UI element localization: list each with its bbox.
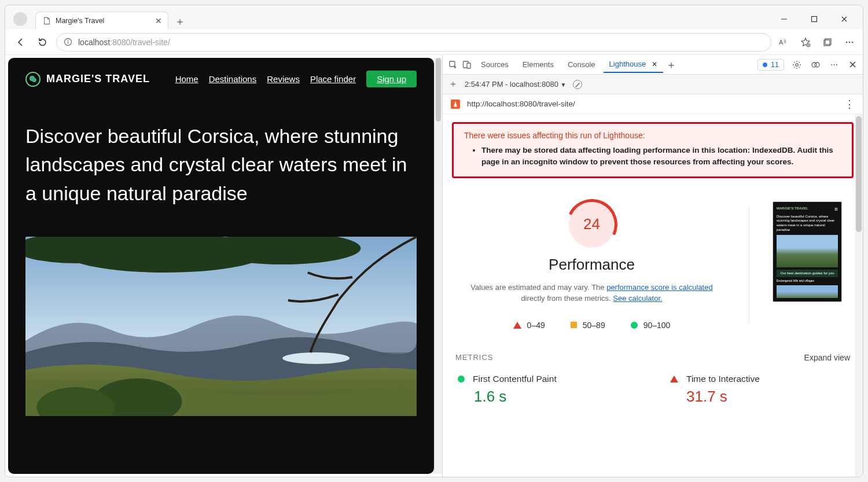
nav-placefinder[interactable]: Place finder — [310, 74, 356, 84]
perf-desc-text2: directly from these metrics. — [521, 294, 613, 303]
globe-icon — [25, 72, 41, 87]
mini-sub: Endangered hills and villages — [777, 279, 838, 283]
score-legend: 0–49 50–89 90–100 — [458, 321, 726, 330]
performance-gauge: 24 — [569, 201, 615, 248]
perf-score-link[interactable]: performance score is calculated — [606, 283, 713, 292]
device-toggle-icon[interactable] — [461, 59, 473, 71]
page-thumbnail: MARGIE'S TRAVEL≡ Discover beautiful Cors… — [773, 201, 842, 302]
tab-elements[interactable]: Elements — [517, 57, 560, 72]
circle-icon — [458, 376, 465, 382]
circle-icon — [631, 322, 638, 329]
metric-value: 1.6 s — [474, 388, 635, 406]
svg-rect-22 — [467, 63, 470, 68]
triangle-icon — [513, 322, 521, 329]
audit-timestamp[interactable]: 2:54:47 PM - localhost:8080 ▼ — [465, 80, 566, 89]
legend-mid: 50–89 — [583, 321, 605, 330]
warning-item: There may be stored data affecting loadi… — [481, 145, 841, 168]
chevron-down-icon: ▼ — [561, 82, 567, 88]
close-window-button[interactable] — [836, 11, 852, 27]
page-viewport: MARGIE'S TRAVEL Home Destinations Review… — [5, 55, 442, 477]
audit-url: http://localhost:8080/travel-site/ — [467, 100, 575, 108]
url-text: localhost:8080/travel-site/ — [78, 38, 170, 47]
page-scrollbar[interactable] — [434, 58, 442, 474]
window-controls — [776, 11, 858, 30]
tab-sources[interactable]: Sources — [475, 57, 514, 72]
favorites-icon[interactable] — [799, 36, 812, 49]
more-tabs-icon[interactable]: ＋ — [665, 59, 677, 71]
issues-badge[interactable]: 11 — [757, 59, 784, 71]
page-content: MARGIE'S TRAVEL Home Destinations Review… — [8, 58, 434, 474]
kebab-icon[interactable]: ⋯ — [828, 59, 840, 71]
nav-reviews[interactable]: Reviews — [267, 74, 300, 84]
nav-destinations[interactable]: Destinations — [209, 74, 257, 84]
metrics-heading: METRICS — [455, 353, 494, 362]
hero-image — [25, 237, 417, 416]
warning-title: There were issues affecting this run of … — [464, 131, 841, 140]
url-port: :8080 — [110, 38, 130, 47]
devtools-scrollbar[interactable] — [855, 114, 863, 477]
audit-timestamp-text: 2:54:47 PM - localhost:8080 — [465, 80, 558, 89]
gear-icon[interactable] — [791, 59, 803, 71]
maximize-button[interactable] — [806, 11, 822, 27]
new-audit-icon[interactable]: ＋ — [448, 78, 458, 90]
performance-title: Performance — [458, 256, 726, 274]
dot-icon — [763, 62, 767, 67]
perf-desc-text: Values are estimated and may vary. The — [470, 283, 606, 292]
tab-console[interactable]: Console — [562, 57, 601, 72]
lighthouse-icon — [451, 100, 460, 109]
new-tab-button[interactable]: ＋ — [172, 13, 188, 30]
legend-good: 90–100 — [643, 321, 671, 330]
signup-button[interactable]: Sign up — [366, 71, 417, 87]
svg-rect-1 — [812, 17, 817, 22]
legend-bad: 0–49 — [527, 321, 545, 330]
url-path: /travel-site/ — [130, 38, 170, 47]
tab-strip: Margie's Travel ✕ ＋ — [5, 5, 863, 30]
back-button[interactable] — [12, 34, 28, 50]
svg-line-31 — [799, 62, 800, 63]
tab-lighthouse[interactable]: Lighthouse✕ — [604, 56, 664, 73]
browser-tab[interactable]: Margie's Travel ✕ — [35, 12, 168, 30]
clear-icon[interactable] — [573, 80, 582, 89]
svg-point-33 — [815, 62, 819, 67]
metric-tti: Time to Interactive 31.7 s — [670, 374, 848, 406]
svg-point-14 — [282, 352, 350, 364]
metric-name: Time to Interactive — [686, 374, 760, 384]
info-icon[interactable] — [64, 38, 72, 46]
warning-box: There were issues affecting this run of … — [452, 122, 854, 178]
feedback-icon[interactable] — [810, 59, 821, 71]
mini-guides: Our best destination guides for you — [777, 270, 838, 278]
hero-heading: Discover beautiful Corsica, where stunni… — [25, 122, 407, 208]
metric-fcp: First Contentful Paint 1.6 s — [458, 374, 635, 406]
site-brand: MARGIE'S TRAVEL — [46, 73, 150, 85]
minimize-button[interactable] — [776, 11, 792, 27]
close-devtools-icon[interactable] — [847, 59, 858, 71]
reload-button[interactable] — [34, 34, 50, 50]
svg-text:A: A — [779, 39, 784, 46]
svg-rect-4 — [68, 42, 68, 44]
profile-avatar[interactable] — [13, 12, 27, 26]
close-tab-icon[interactable]: ✕ — [155, 16, 162, 25]
url-host: localhost — [78, 38, 110, 47]
toolbar: localhost:8080/travel-site/ A)) — [5, 30, 863, 55]
collections-icon[interactable] — [821, 36, 834, 49]
performance-description: Values are estimated and may vary. The p… — [458, 282, 726, 304]
tab-title: Margie's Travel — [56, 17, 104, 25]
svg-line-29 — [799, 67, 800, 68]
close-tab-icon[interactable]: ✕ — [652, 60, 657, 68]
svg-point-10 — [846, 41, 848, 43]
svg-line-28 — [794, 62, 795, 63]
report-menu-icon[interactable]: ⋮ — [844, 98, 855, 111]
svg-point-12 — [852, 41, 854, 43]
performance-score: 24 — [583, 215, 600, 233]
expand-view-button[interactable]: Expand view — [804, 353, 850, 362]
inspect-icon[interactable] — [447, 59, 459, 71]
calculator-link[interactable]: See calculator. — [613, 294, 662, 303]
metric-name: First Contentful Paint — [473, 374, 557, 384]
read-aloud-icon[interactable]: A)) — [777, 36, 790, 49]
address-bar[interactable]: localhost:8080/travel-site/ — [56, 33, 771, 51]
svg-line-30 — [794, 67, 795, 68]
menu-icon[interactable] — [843, 36, 856, 49]
nav-home[interactable]: Home — [175, 74, 198, 84]
page-icon — [43, 17, 51, 25]
devtools-panel: Sources Elements Console Lighthouse✕ ＋ 1… — [442, 55, 863, 477]
